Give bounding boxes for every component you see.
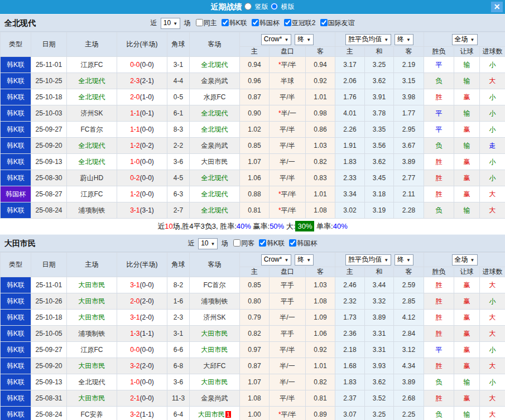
corners: 8-3	[167, 122, 190, 138]
league-checkbox-label[interactable]: 韩K联	[267, 239, 285, 247]
layout-horizontal-label[interactable]: 横版	[281, 3, 295, 11]
league-checkbox[interactable]	[320, 19, 328, 26]
match-row: 韩K联25-10-18全北现代2-0(1-0)0-5水原FC0.87平/半1.0…	[1, 89, 505, 105]
odds-company-select[interactable]: Crow*▼	[261, 254, 292, 265]
games-count-select[interactable]: 10▼	[161, 18, 180, 29]
league-checkbox[interactable]	[289, 239, 296, 247]
halftime-score: (1-0)	[140, 93, 154, 101]
result-wdl: 胜	[424, 326, 454, 342]
away-team: 全北现代	[190, 170, 240, 186]
same-venue-checkbox[interactable]	[196, 19, 203, 26]
league-checkbox[interactable]	[252, 19, 259, 26]
avg-home: 1.83	[335, 154, 365, 170]
league-checkbox[interactable]	[259, 239, 266, 247]
fulltime-score: 1-2	[130, 142, 140, 149]
match-date: 25-08-31	[31, 390, 67, 407]
corners: 4-4	[167, 73, 190, 89]
odds-away: 0.83	[306, 170, 335, 186]
odds-company-select[interactable]: Crow*▼	[261, 34, 292, 45]
avg-home: 2.33	[335, 170, 365, 186]
home-team: 大田市民	[67, 358, 117, 374]
league-checkbox-label[interactable]: 亚冠联2	[292, 19, 316, 27]
odds-home: 0.88	[240, 186, 270, 202]
layout-vertical-radio[interactable]	[244, 3, 252, 10]
corners: 6-3	[167, 186, 190, 202]
match-date: 25-08-27	[31, 186, 67, 202]
fulltime-select[interactable]: 全场▼	[452, 254, 478, 265]
league-checkbox-label[interactable]: 国际友谊	[328, 19, 355, 27]
avg-odds-select[interactable]: 胜平负均值▼	[345, 254, 391, 265]
avg-draw: 3.35	[365, 122, 394, 138]
handicap: *半/一	[270, 105, 306, 122]
odds-away: 1.06	[306, 326, 335, 342]
subcol-odds-away: 客	[306, 267, 335, 277]
col-away: 客场	[190, 253, 240, 277]
result-goals: 大	[480, 73, 505, 89]
corners: 2-7	[167, 202, 190, 219]
avg-home: 2.37	[335, 390, 365, 407]
halftime-score: (0-0)	[140, 174, 154, 182]
league-checkbox-label[interactable]: 韩K联	[229, 19, 247, 27]
final-avg-select[interactable]: 终▼	[395, 254, 413, 265]
odds-away: 1.08	[306, 202, 335, 219]
league-checkbox-label[interactable]: 韩国杯	[259, 19, 280, 27]
close-button[interactable]: ✕	[491, 2, 503, 12]
match-date: 25-09-20	[31, 358, 67, 374]
subcol-goals: 进球数	[480, 267, 505, 277]
same-venue-label[interactable]: 同主	[204, 19, 217, 27]
odds-home: 0.96	[240, 73, 270, 89]
layout-vertical-label[interactable]: 竖版	[255, 3, 268, 11]
match-row: 韩K联25-08-30蔚山HD0-2(0-0)4-5全北现代1.06平/半0.8…	[1, 170, 505, 186]
avg-away: 2.28	[394, 202, 424, 219]
result-handicap: 赢	[454, 89, 480, 105]
score: 2-0(2-0)	[117, 293, 167, 310]
league-checkbox-label[interactable]: 韩国杯	[297, 239, 317, 247]
avg-away: 1.77	[394, 105, 424, 122]
odds-away: 0.92	[306, 342, 335, 358]
halftime-score: (0-2)	[140, 142, 154, 149]
col-corner: 角球	[167, 32, 190, 57]
match-type: 韩K联	[1, 122, 31, 138]
layout-horizontal-radio[interactable]	[271, 3, 278, 10]
score: 2-3(2-1)	[117, 73, 167, 89]
league-checkbox[interactable]	[284, 19, 291, 26]
result-wdl: 平	[424, 122, 454, 138]
final-odds-select[interactable]: 终▼	[295, 254, 314, 265]
handicap: *平/半	[270, 186, 306, 202]
chevron-down-icon: ▼	[211, 242, 215, 247]
chevron-down-icon: ▼	[284, 258, 288, 263]
score: 3-1(0-0)	[117, 277, 167, 293]
odds-home: 0.85	[240, 277, 270, 293]
fulltime-select[interactable]: 全场▼	[452, 34, 478, 45]
result-goals: 大	[480, 407, 505, 420]
final-avg-select[interactable]: 终▼	[395, 34, 413, 45]
handicap: 半/一	[270, 154, 306, 170]
fulltime-score: 3-1	[130, 313, 140, 321]
odds-home: 0.87	[240, 89, 270, 105]
result-handicap: 赢	[454, 358, 480, 374]
away-team: 大田市民	[190, 326, 240, 342]
avg-draw: 3.25	[365, 57, 394, 73]
odds-home: 0.97	[240, 342, 270, 358]
home-team: 全北现代	[67, 138, 117, 154]
avg-draw: 3.91	[365, 89, 394, 105]
league-checkbox[interactable]	[222, 19, 229, 26]
corners: 1-6	[167, 293, 190, 310]
handicap: 平/半	[270, 342, 306, 358]
avg-away: 2.77	[394, 170, 424, 186]
avg-draw: 3.31	[365, 342, 394, 358]
dialog-titlebar: 近期战绩竖版横版 ✕	[0, 0, 505, 14]
odds-home: 1.06	[240, 170, 270, 186]
same-venue-checkbox[interactable]	[233, 239, 241, 247]
score: 2-1(0-0)	[117, 390, 167, 407]
avg-odds-select[interactable]: 胜平负均值▼	[345, 34, 391, 45]
odds-home: 0.79	[240, 310, 270, 326]
avg-draw: 3.32	[365, 293, 394, 310]
games-count-select[interactable]: 10▼	[198, 238, 218, 249]
result-handicap: 赢	[454, 342, 480, 358]
final-odds-select[interactable]: 终▼	[295, 34, 314, 45]
fulltime-score: 2-0	[130, 93, 140, 101]
same-venue-label[interactable]: 同客	[241, 239, 254, 247]
chevron-down-icon: ▼	[306, 258, 311, 263]
avg-away: 4.12	[394, 310, 424, 326]
